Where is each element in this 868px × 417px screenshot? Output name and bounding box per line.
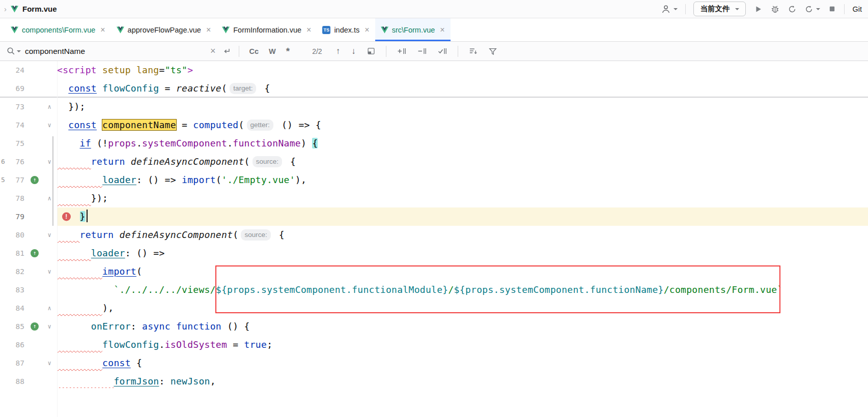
user-menu-button[interactable] xyxy=(661,4,678,14)
edge-mark: 5 xyxy=(1,175,5,185)
gutter-arrow-icon[interactable]: ↑ xyxy=(31,176,39,184)
code-text[interactable]: if (!props.systemComponent.functionName)… xyxy=(57,134,868,153)
code-line-81[interactable]: 81↑ loader: () => xyxy=(0,244,868,262)
code-line-88[interactable]: 88 formJson: newJson, xyxy=(0,372,868,391)
tab-components-form.vue[interactable]: components\Form.vue× xyxy=(5,18,111,41)
code-line-77[interactable]: 77↑ loader: () => import('./Empty.vue'), xyxy=(0,171,868,189)
code-text[interactable]: return defineAsyncComponent(source: { xyxy=(57,153,868,171)
prev-occurrence-button[interactable]: ↑ xyxy=(332,45,344,57)
tab-close-icon[interactable]: × xyxy=(100,25,105,35)
tab-close-icon[interactable]: × xyxy=(440,25,444,35)
titlebar: › Form.vue 当前文件 xyxy=(0,0,868,18)
code-line-76[interactable]: 76∨ return defineAsyncComponent(source: … xyxy=(0,153,868,171)
tab-close-icon[interactable]: × xyxy=(365,25,369,35)
code-line-87[interactable]: 87∨ const { xyxy=(0,354,868,372)
fold-marker[interactable]: ∨ xyxy=(43,153,56,171)
gutter-arrow-icon[interactable]: ↑ xyxy=(31,249,39,257)
fold-marker[interactable]: ∨ xyxy=(43,354,56,372)
regex-toggle[interactable]: * xyxy=(283,48,293,55)
breadcrumb-chevron-icon[interactable]: › xyxy=(4,5,7,13)
fold-marker[interactable]: ∨ xyxy=(43,317,56,336)
gutter-separator xyxy=(57,61,58,417)
debug-button[interactable] xyxy=(770,4,780,14)
line-number: 85 xyxy=(0,317,26,336)
findbar-divider xyxy=(386,46,386,57)
code-text[interactable]: }); xyxy=(57,189,868,207)
gutter: 78∧ xyxy=(0,189,57,207)
code-text[interactable]: const flowConfig = reactive(target: { xyxy=(57,79,868,97)
tab-src-form.vue[interactable]: src\Form.vue× xyxy=(375,18,451,41)
gutter: 75 xyxy=(0,134,57,153)
tab-close-icon[interactable]: × xyxy=(206,25,211,35)
code-text[interactable]: }); xyxy=(57,98,868,116)
user-icon xyxy=(661,4,671,14)
tab-index.ts[interactable]: TSindex.ts× xyxy=(317,18,375,41)
next-occurrence-button[interactable]: ↓ xyxy=(348,45,359,57)
whole-words-toggle[interactable]: W xyxy=(266,46,279,56)
editor[interactable]: 24<script setup lang="ts">69 const flowC… xyxy=(0,61,868,417)
fold-marker[interactable]: ∧ xyxy=(43,98,56,116)
search-options-button[interactable] xyxy=(6,46,21,56)
gutter: 76∨ xyxy=(0,153,57,171)
code-line-69[interactable]: 69 const flowConfig = reactive(target: { xyxy=(0,79,868,98)
tab-label: FormInformation.vue xyxy=(233,26,301,34)
gutter: 82∨ xyxy=(0,262,57,281)
gutter: 73∧ xyxy=(0,98,57,116)
git-widget[interactable]: Git xyxy=(852,5,862,13)
line-number: 74 xyxy=(0,116,26,134)
rerun-button[interactable] xyxy=(804,5,820,14)
insert-newline-icon[interactable] xyxy=(222,47,232,56)
code-line-80[interactable]: 80∨ return defineAsyncComponent(source: … xyxy=(0,226,868,244)
open-in-find-window-button[interactable] xyxy=(363,47,379,55)
code-text[interactable]: <script setup lang="ts"> xyxy=(57,61,868,79)
run-config-selector[interactable]: 当前文件 xyxy=(693,2,746,16)
filter-button[interactable] xyxy=(485,47,500,55)
gutter-arrow-icon[interactable]: ↑ xyxy=(31,322,39,331)
code-text[interactable]: ! } xyxy=(57,207,868,226)
tab-forminformation.vue[interactable]: FormInformation.vue× xyxy=(216,18,317,41)
stop-button[interactable] xyxy=(828,5,836,13)
code-text[interactable]: onError: async function () { xyxy=(57,317,868,336)
gutter: 80∨ xyxy=(0,226,57,244)
select-all-occurrences-button[interactable] xyxy=(434,47,451,55)
code-text[interactable]: flowConfig.isOldSystem = true; xyxy=(57,336,868,354)
fold-marker[interactable]: ∨ xyxy=(43,262,56,281)
code-text[interactable]: loader: () => import('./Empty.vue'), xyxy=(57,171,868,189)
code-text[interactable]: const componentName = computed(getter: (… xyxy=(57,116,868,134)
add-occurrence-button[interactable] xyxy=(394,47,410,55)
code-line-79[interactable]: 79! } xyxy=(0,207,868,226)
clear-search-icon[interactable]: × xyxy=(208,46,218,56)
code-line-73[interactable]: 73∧ }); xyxy=(0,98,868,116)
remove-occurrence-button[interactable] xyxy=(414,47,430,55)
code-line-78[interactable]: 78∧ }); xyxy=(0,189,868,207)
code-line-75[interactable]: 75 if (!props.systemComponent.functionNa… xyxy=(0,134,868,153)
bug-icon xyxy=(770,4,780,14)
coverage-button[interactable] xyxy=(788,5,797,14)
fold-marker[interactable]: ∧ xyxy=(43,299,56,317)
code-text[interactable]: return defineAsyncComponent(source: { xyxy=(57,226,868,244)
tab-approveflowpage.vue[interactable]: approveFlowPage.vue× xyxy=(111,18,217,41)
match-case-toggle[interactable]: Cc xyxy=(246,46,262,56)
code-line-85[interactable]: 85↑∨ onError: async function () { xyxy=(0,317,868,336)
code-line-86[interactable]: 86 flowConfig.isOldSystem = true; xyxy=(0,336,868,354)
run-button[interactable] xyxy=(753,5,763,14)
toolbar-divider xyxy=(844,4,845,14)
findbar-divider xyxy=(239,46,239,57)
search-input[interactable] xyxy=(25,47,204,56)
search-scope-button[interactable] xyxy=(465,47,481,55)
chevron-down-icon xyxy=(674,8,678,10)
fold-marker[interactable]: ∧ xyxy=(43,189,56,207)
fold-marker[interactable]: ∨ xyxy=(43,226,56,244)
fold-marker[interactable]: ∨ xyxy=(43,116,56,134)
code-text[interactable]: const { xyxy=(57,354,868,372)
code-line-74[interactable]: 74∨ const componentName = computed(gette… xyxy=(0,116,868,134)
tab-close-icon[interactable]: × xyxy=(306,25,311,35)
gutter: 74∨ xyxy=(0,116,57,134)
fold-marker xyxy=(43,281,56,299)
line-number: 75 xyxy=(0,134,26,153)
code-text[interactable]: loader: () => xyxy=(57,244,868,262)
code-text[interactable]: formJson: newJson, xyxy=(57,372,868,391)
gutter: 88 xyxy=(0,372,57,391)
code-line-24[interactable]: 24<script setup lang="ts"> xyxy=(0,61,868,79)
tab-label: approveFlowPage.vue xyxy=(128,26,201,34)
